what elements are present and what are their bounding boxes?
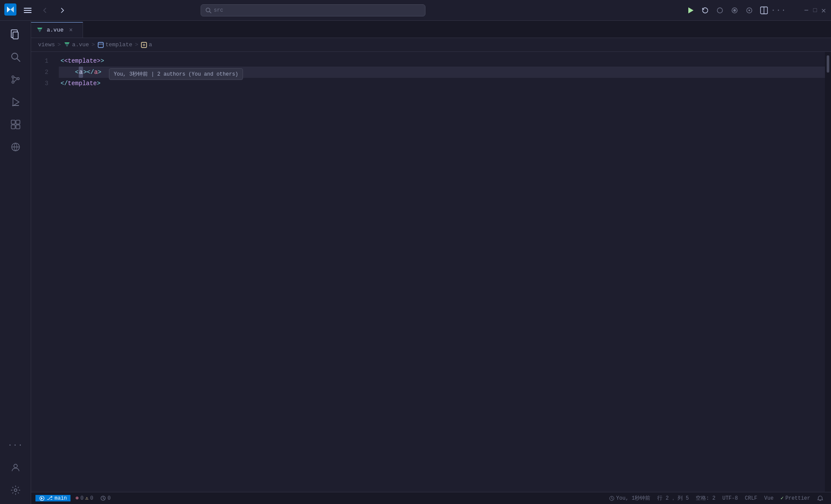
breakpoint-filled-button[interactable] [729, 4, 741, 16]
settings-button[interactable] [5, 480, 26, 501]
svg-rect-24 [16, 120, 20, 124]
code-editor[interactable]: 1 2 3 <<template>> <a></a> You, 1秒钟前 • U… [31, 52, 831, 492]
git-blame-tooltip: You, 3秒钟前 | 2 authors (You and others) [109, 68, 243, 80]
status-remote-icon: ⎇ [47, 495, 53, 501]
svg-point-18 [12, 81, 14, 83]
tag-name-template-close: template [68, 78, 97, 89]
breadcrumb-vue-icon [64, 41, 70, 48]
search-button[interactable] [5, 47, 26, 67]
status-right: You, 1秒钟前 行 2， 列 5 空格: 2 UTF-8 CRLF Vue [606, 494, 827, 502]
titlebar: src [0, 0, 831, 21]
split-editor-button[interactable] [758, 4, 770, 16]
tab-label: a.vue [47, 27, 64, 33]
tag-open-bracket-3: </ [61, 78, 68, 89]
main-layout: ··· a.vue × [0, 21, 831, 504]
git-blame-text: You, 3秒钟前 | 2 authors (You and others) [114, 71, 238, 77]
editor-wrapper: a.vue × views > a.vue > [31, 21, 831, 504]
svg-point-11 [748, 10, 750, 11]
code-content[interactable]: <<template>> <a></a> You, 1秒钟前 • Uncommi… [55, 52, 825, 492]
scrollbar[interactable] [825, 52, 831, 492]
svg-line-40 [612, 498, 613, 500]
line-number-1: 1 [31, 55, 48, 67]
col-label: 列 5 [678, 494, 689, 502]
status-line-ending[interactable]: CRLF [742, 495, 761, 501]
error-icon: ⊗ [76, 495, 79, 501]
status-bar: ⎇ main ⊗ 0 ⚠ 0 0 [31, 492, 831, 504]
line2-close-tag: a [94, 67, 98, 78]
line2-tag-a: a [79, 67, 83, 78]
status-errors[interactable]: ⊗ 0 ⚠ 0 [72, 495, 97, 501]
svg-rect-22 [12, 105, 19, 106]
remote-button[interactable] [5, 137, 26, 157]
status-remote-sync[interactable]: 0 [97, 495, 114, 501]
row-label: 行 2 [657, 494, 668, 502]
minimize-button[interactable]: – [803, 7, 809, 13]
tab-a-vue[interactable]: a.vue × [31, 22, 83, 38]
line-numbers: 1 2 3 [31, 52, 55, 492]
prettier-label: Prettier [785, 495, 810, 501]
svg-point-7 [717, 8, 722, 13]
account-button[interactable] [5, 457, 26, 478]
status-language[interactable]: Vue [761, 495, 777, 501]
status-blame[interactable]: You, 1秒钟前 [606, 494, 654, 502]
back-button[interactable] [38, 3, 52, 17]
more-button[interactable]: ··· [5, 435, 26, 456]
line-number-3: 3 [31, 78, 48, 89]
search-bar[interactable]: src [201, 4, 425, 16]
status-spaces[interactable]: 空格: 2 [692, 494, 719, 502]
error-count: 0 [80, 495, 83, 501]
run-debug-button[interactable] [5, 92, 26, 112]
spaces-label: 空格: 2 [696, 494, 716, 502]
source-control-button[interactable] [5, 69, 26, 90]
breadcrumb-template[interactable]: template [98, 41, 132, 48]
breadcrumb-element-icon [141, 42, 147, 48]
debug-restart-button[interactable] [699, 4, 711, 16]
svg-rect-15 [13, 32, 18, 39]
breadcrumb-sep-2: > [92, 41, 95, 48]
run-button[interactable] [684, 4, 697, 16]
hamburger-menu-button[interactable] [21, 3, 35, 17]
svg-line-17 [17, 59, 20, 62]
status-notification[interactable] [814, 495, 827, 501]
golive-button[interactable] [743, 4, 755, 16]
warning-icon: ⚠ [85, 495, 88, 501]
close-button[interactable]: ✕ [821, 7, 827, 13]
remote-sync-count: 0 [108, 495, 111, 501]
line2-close-open: ></ [83, 67, 94, 78]
tab-bar: a.vue × [31, 21, 831, 38]
svg-point-20 [17, 78, 19, 80]
warning-count: 0 [90, 495, 93, 501]
breadcrumb-template-label: template [105, 41, 132, 48]
status-remote[interactable]: ⎇ main [35, 495, 70, 501]
line-ending-label: CRLF [745, 495, 757, 501]
breadcrumb-element[interactable]: a [141, 41, 152, 48]
explorer-button[interactable] [5, 24, 26, 45]
blame-text: You, 1秒钟前 [616, 494, 650, 502]
maximize-button[interactable]: □ [812, 7, 818, 13]
search-placeholder: src [214, 7, 224, 13]
svg-rect-35 [98, 42, 103, 48]
scrollbar-thumb[interactable] [827, 55, 829, 73]
breakpoint-empty-button[interactable] [714, 4, 726, 16]
svg-marker-32 [38, 29, 42, 32]
breadcrumb-views[interactable]: views [38, 41, 55, 48]
breadcrumb-sep-1: > [58, 41, 61, 48]
status-row-col[interactable]: 行 2， 列 5 [654, 494, 692, 502]
status-prettier[interactable]: ✓ Prettier [777, 495, 814, 501]
code-indent [61, 67, 75, 78]
tab-close-button[interactable]: × [67, 26, 75, 34]
tag-open-bracket-1: < [61, 55, 64, 67]
svg-point-29 [14, 464, 17, 468]
more-actions-button[interactable]: ··· [773, 4, 785, 16]
svg-marker-6 [688, 7, 694, 13]
prettier-check-icon: ✓ [780, 495, 783, 501]
breadcrumb-file-label: a.vue [72, 41, 89, 48]
activity-bar: ··· [0, 21, 31, 504]
forward-button[interactable] [55, 3, 69, 17]
breadcrumb-file[interactable]: a.vue [64, 41, 89, 48]
svg-line-5 [209, 11, 211, 13]
extensions-button[interactable] [5, 114, 26, 135]
status-encoding[interactable]: UTF-8 [719, 495, 742, 501]
encoding-label: UTF-8 [722, 495, 738, 501]
breadcrumb: views > a.vue > template > [31, 38, 831, 52]
